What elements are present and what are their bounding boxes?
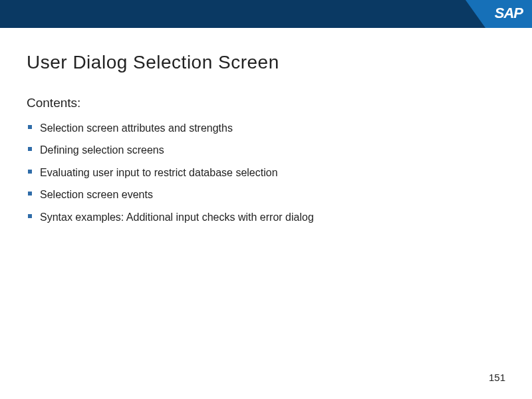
sap-logo: SAP (466, 0, 532, 28)
list-item: Selection screen attributes and strength… (27, 121, 505, 136)
slide-content: User Dialog Selection Screen Contents: S… (0, 28, 532, 225)
list-item: Evaluating user input to restrict databa… (27, 166, 505, 180)
list-item: Defining selection screens (27, 143, 505, 158)
bullet-list: Selection screen attributes and strength… (27, 121, 505, 225)
list-item: Selection screen events (27, 188, 505, 202)
page-number: 151 (489, 372, 505, 383)
list-item: Syntax examples: Additional input checks… (27, 210, 505, 225)
header-bar: SAP (0, 0, 532, 28)
contents-heading: Contents: (27, 96, 505, 110)
sap-logo-text: SAP (495, 5, 523, 22)
slide-title: User Dialog Selection Screen (27, 52, 505, 73)
